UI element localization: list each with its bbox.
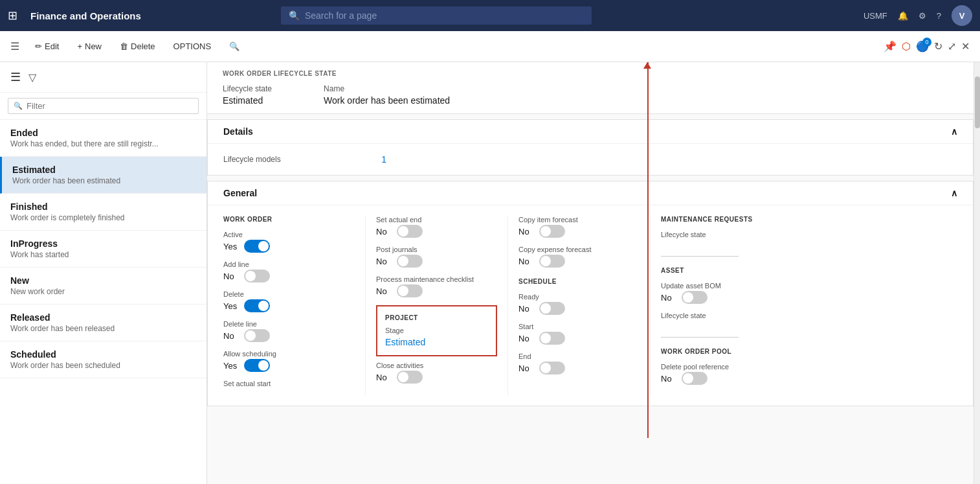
start-toggle[interactable] bbox=[539, 332, 565, 345]
sidebar-item-subtitle: Work order has been scheduled bbox=[10, 361, 196, 370]
office-icon[interactable]: ⬡ bbox=[902, 40, 911, 52]
maintenance-requests-title: MAINTENANCE REQUESTS bbox=[661, 216, 947, 223]
delete-pool-reference-toggle[interactable] bbox=[682, 372, 707, 385]
top-navigation: ⊞ Finance and Operations 🔍 USMF 🔔 ⚙ ? V bbox=[0, 0, 980, 31]
sidebar-item-inprogress[interactable]: InProgress Work has started bbox=[0, 231, 206, 268]
toolbar-right: 📌 ⬡ 🔵0 ↻ ⤢ ✕ bbox=[884, 40, 970, 52]
schedule-group: SCHEDULE Ready No Start bbox=[518, 278, 640, 375]
user-avatar[interactable]: V bbox=[952, 5, 972, 26]
edit-button[interactable]: ✏ Edit bbox=[27, 38, 67, 55]
app-grid-icon[interactable]: ⊞ bbox=[8, 8, 17, 23]
process-maintenance-toggle[interactable] bbox=[397, 284, 423, 297]
copy-item-forecast-toggle[interactable] bbox=[539, 225, 565, 238]
update-asset-bom-toggle[interactable] bbox=[682, 291, 707, 304]
set-actual-end-toggle[interactable] bbox=[397, 225, 423, 238]
details-collapse-icon[interactable]: ∧ bbox=[951, 126, 957, 137]
search-icon: 🔍 bbox=[289, 10, 300, 21]
post-journals-toggle[interactable] bbox=[397, 255, 423, 268]
work-order-title: WORK ORDER bbox=[223, 216, 355, 223]
active-field: Active Yes bbox=[223, 231, 355, 253]
search-toolbar-icon[interactable]: 🔍 bbox=[221, 38, 247, 55]
help-icon[interactable]: ? bbox=[937, 11, 941, 21]
close-icon[interactable]: ✕ bbox=[961, 40, 970, 52]
general-section-body: WORK ORDER Active Yes Add line No bbox=[208, 205, 973, 406]
sidebar-filter-input[interactable] bbox=[27, 101, 193, 111]
filter-toggle-icon[interactable]: ☰ bbox=[5, 67, 26, 87]
schedule-col: Copy item forecast No Copy expense forec… bbox=[508, 216, 651, 395]
scrollbar-thumb[interactable] bbox=[975, 76, 980, 128]
scrollbar-track[interactable] bbox=[974, 62, 980, 484]
sidebar-item-title: Ended bbox=[10, 128, 196, 138]
sidebar-item-title: New bbox=[10, 275, 196, 286]
add-line-toggle[interactable] bbox=[244, 270, 270, 282]
refresh-icon[interactable]: ↻ bbox=[934, 40, 942, 52]
sidebar-item-scheduled[interactable]: Scheduled Work order has been scheduled bbox=[0, 341, 206, 378]
lifecycle-models-value[interactable]: 1 bbox=[381, 154, 418, 165]
close-activities-field: Close activities No bbox=[376, 362, 497, 384]
delete-icon: 🗑 bbox=[120, 41, 128, 51]
pin-icon[interactable]: 📌 bbox=[884, 40, 896, 52]
ready-toggle[interactable] bbox=[539, 302, 565, 315]
hamburger-icon[interactable]: ☰ bbox=[10, 40, 19, 52]
settings-icon[interactable]: ⚙ bbox=[919, 11, 926, 21]
notification-badge[interactable]: 🔵0 bbox=[916, 40, 929, 52]
end-toggle[interactable] bbox=[539, 362, 565, 375]
sidebar-item-subtitle: Work order has been estimated bbox=[12, 176, 196, 185]
top-nav-right: USMF 🔔 ⚙ ? V bbox=[863, 5, 972, 26]
sidebar-item-estimated[interactable]: Estimated Work order has been estimated bbox=[0, 157, 206, 194]
app-title: Finance and Operations bbox=[30, 10, 141, 21]
filter-icon[interactable]: ▽ bbox=[26, 69, 39, 86]
details-section-title: Details bbox=[223, 126, 253, 137]
delete-toggle[interactable] bbox=[244, 299, 270, 312]
sidebar-item-subtitle: Work has ended, but there are still regi… bbox=[10, 139, 196, 148]
user-code: USMF bbox=[863, 11, 887, 21]
delete-field: Delete Yes bbox=[223, 290, 355, 312]
general-section: General ∧ WORK ORDER Active Yes bbox=[207, 181, 974, 406]
maint-lifecycle-state-field: Lifecycle state bbox=[661, 231, 947, 257]
search-bar[interactable]: 🔍 bbox=[281, 6, 592, 25]
options-button[interactable]: OPTIONS bbox=[166, 38, 219, 55]
new-button[interactable]: + New bbox=[69, 38, 109, 55]
detail-header: WORK ORDER LIFECYCLE STATE Lifecycle sta… bbox=[207, 62, 974, 114]
allow-scheduling-field: Allow scheduling Yes bbox=[223, 350, 355, 372]
end-field: End No bbox=[518, 352, 640, 375]
general-section-header[interactable]: General ∧ bbox=[208, 181, 973, 205]
sidebar-list: Ended Work has ended, but there are stil… bbox=[0, 120, 206, 484]
details-section-header[interactable]: Details ∧ bbox=[208, 120, 973, 144]
copy-expense-forecast-toggle[interactable] bbox=[539, 255, 565, 268]
copy-expense-forecast-field: Copy expense forecast No bbox=[518, 246, 640, 268]
details-section-body: Lifecycle models 1 bbox=[208, 144, 973, 175]
edit-icon: ✏ bbox=[35, 41, 42, 51]
active-toggle[interactable] bbox=[244, 240, 270, 253]
process-maintenance-field: Process maintenance checklist No bbox=[376, 275, 497, 297]
section-label: WORK ORDER LIFECYCLE STATE bbox=[223, 70, 958, 77]
copy-item-forecast-field: Copy item forecast No bbox=[518, 216, 640, 238]
notification-icon[interactable]: 🔔 bbox=[898, 11, 908, 21]
work-order-col: WORK ORDER Active Yes Add line No bbox=[223, 216, 366, 395]
delete-button[interactable]: 🗑 Delete bbox=[112, 38, 163, 55]
sidebar-item-finished[interactable]: Finished Work order is completely finish… bbox=[0, 194, 206, 231]
search-input[interactable] bbox=[305, 10, 584, 21]
toolbar: ☰ ✏ Edit + New 🗑 Delete OPTIONS 🔍 📌 ⬡ 🔵0… bbox=[0, 31, 980, 62]
set-actual-start-field: Set actual start bbox=[223, 380, 355, 387]
sidebar-item-released[interactable]: Released Work order has been released bbox=[0, 305, 206, 341]
maintenance-col: MAINTENANCE REQUESTS Lifecycle state ASS… bbox=[651, 216, 957, 395]
allow-scheduling-toggle[interactable] bbox=[244, 359, 270, 372]
asset-lifecycle-state-field: Lifecycle state bbox=[661, 312, 947, 338]
start-field: Start No bbox=[518, 323, 640, 345]
content-area: ☰ ▽ 🔍 Ended Work has ended, but there ar… bbox=[0, 62, 980, 484]
project-stage-value: Estimated bbox=[385, 337, 488, 347]
general-section-title: General bbox=[223, 188, 257, 198]
project-stage-label: Stage bbox=[385, 327, 488, 334]
project-title: PROJECT bbox=[385, 314, 488, 321]
sidebar-item-new[interactable]: New New work order bbox=[0, 268, 206, 305]
general-collapse-icon[interactable]: ∧ bbox=[951, 188, 957, 198]
expand-icon[interactable]: ⤢ bbox=[948, 40, 956, 52]
work-order-pool-title: WORK ORDER POOL bbox=[661, 348, 947, 355]
delete-line-toggle[interactable] bbox=[244, 329, 270, 342]
name-label: Name bbox=[324, 84, 344, 93]
sidebar-item-ended[interactable]: Ended Work has ended, but there are stil… bbox=[0, 120, 206, 157]
name-field: Name Work order has been estimated bbox=[324, 82, 450, 106]
close-activities-toggle[interactable] bbox=[397, 371, 423, 384]
lifecycle-state-field: Lifecycle state Estimated bbox=[223, 82, 272, 106]
